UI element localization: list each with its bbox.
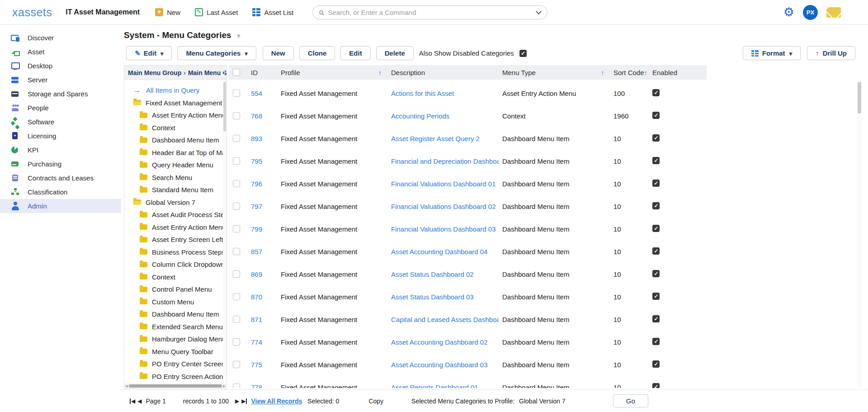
breadcrumb-root[interactable]: Main Menu Group	[128, 69, 181, 76]
sidebar-item-contracts-and-leases[interactable]: Contracts and Leases	[0, 171, 121, 185]
select-all-checkbox[interactable]	[233, 69, 240, 76]
next-page-button[interactable]	[235, 398, 239, 404]
tree-item[interactable]: Asset Entry Screen Left Links	[124, 233, 226, 246]
row-description-link[interactable]: Financial and Depreciation Dashboard M	[391, 157, 499, 165]
clone-button[interactable]: Clone	[299, 46, 335, 60]
sidebar-item-purchasing[interactable]: Purchasing	[0, 157, 121, 171]
sidebar-item-asset[interactable]: Asset	[0, 45, 121, 59]
row-select-checkbox[interactable]	[233, 316, 240, 323]
row-select-checkbox[interactable]	[233, 293, 240, 300]
tree-item[interactable]: Dashboard Menu Item	[124, 308, 226, 321]
sidebar-item-software[interactable]: Software	[0, 115, 121, 129]
row-description-link[interactable]: Asset Accounting Dashboard 02	[391, 338, 487, 346]
row-id-link[interactable]: 775	[251, 361, 262, 369]
row-enabled-checkbox[interactable]	[652, 383, 660, 388]
tree-vertical-scrollbar[interactable]	[223, 81, 226, 380]
tree-item[interactable]: All Items in Query	[124, 84, 226, 97]
row-description-link[interactable]: Asset Register Asset Query 2	[391, 135, 480, 142]
row-select-checkbox[interactable]	[233, 112, 240, 119]
disabled-categories-checkbox[interactable]	[519, 50, 527, 57]
row-select-checkbox[interactable]	[233, 203, 240, 210]
row-description-link[interactable]: Asset Status Dashboard 03	[391, 293, 474, 301]
row-enabled-checkbox[interactable]	[652, 134, 660, 142]
tree-item[interactable]: Control Panel Menu	[124, 283, 226, 296]
sidebar-item-classification[interactable]: Classification	[0, 185, 121, 199]
sidebar-item-desktop[interactable]: Desktop	[0, 59, 121, 73]
sidebar-item-discover[interactable]: Discover	[0, 31, 121, 45]
edit-menu-button[interactable]: Edit	[126, 46, 172, 60]
collapse-panel-icon[interactable]	[222, 68, 225, 76]
breadcrumb[interactable]: Main Menu Group Main Menu Speci	[124, 66, 226, 80]
row-select-checkbox[interactable]	[233, 180, 240, 187]
row-select-checkbox[interactable]	[233, 225, 240, 232]
tree-item[interactable]: Search Menu	[124, 171, 226, 184]
tree-item[interactable]: PO Entry Screen Action Menu	[124, 370, 226, 381]
tree-item[interactable]: Extended Search Menu	[124, 321, 226, 333]
go-button[interactable]: Go	[613, 394, 648, 407]
row-id-link[interactable]: 893	[251, 135, 262, 142]
chevron-down-icon[interactable]	[536, 9, 542, 14]
column-header-enabled[interactable]: Enabled	[640, 69, 707, 76]
avatar[interactable]: PX	[803, 5, 818, 20]
column-header-menu-type[interactable]: Menu Type	[499, 69, 601, 76]
row-enabled-checkbox[interactable]	[652, 315, 660, 322]
row-id-link[interactable]: 869	[251, 270, 262, 278]
asset-list-button[interactable]: Asset List	[252, 8, 293, 16]
tree-horizontal-scrollbar[interactable]: ◀ ▶	[124, 384, 226, 388]
row-id-link[interactable]: 870	[251, 293, 262, 301]
scroll-left-icon[interactable]: ◀	[124, 384, 129, 388]
row-enabled-checkbox[interactable]	[652, 293, 660, 300]
column-header-id[interactable]: ID	[247, 69, 277, 76]
tree-item[interactable]: Asset Entry Action Menu	[124, 221, 226, 234]
tree-item[interactable]: Context	[124, 122, 226, 134]
menu-categories-dropdown[interactable]: Menu Categories	[177, 46, 256, 60]
row-description-link[interactable]: Financial Valuations Dashboard 03	[391, 225, 496, 233]
sidebar-item-kpi[interactable]: KPI	[0, 143, 121, 157]
search-input[interactable]	[328, 9, 537, 16]
tree-item[interactable]: Standard Menu Item	[124, 184, 226, 196]
last-page-button[interactable]	[241, 398, 247, 404]
row-enabled-checkbox[interactable]	[652, 360, 660, 368]
row-id-link[interactable]: 799	[251, 225, 262, 233]
row-enabled-checkbox[interactable]	[652, 202, 660, 209]
view-all-records-link[interactable]: View All Records	[251, 398, 302, 405]
row-select-checkbox[interactable]	[233, 338, 240, 346]
sidebar-item-licensing[interactable]: Licensing	[0, 129, 121, 143]
sidebar-item-people[interactable]: People	[0, 101, 121, 115]
breadcrumb-current[interactable]: Main Menu Speci	[188, 69, 226, 76]
row-id-link[interactable]: 871	[251, 316, 262, 323]
column-header-profile[interactable]: Profile	[277, 69, 378, 76]
grid-vertical-scrollbar[interactable]	[857, 80, 862, 388]
row-enabled-checkbox[interactable]	[652, 157, 660, 164]
sidebar-item-admin[interactable]: Admin	[0, 199, 121, 213]
tree-item[interactable]: Global Version 7	[124, 196, 226, 209]
tree-item[interactable]: Hamburger Dialog Menu	[124, 333, 226, 346]
tree-item[interactable]: Header Bar at Top of Main Sc	[124, 147, 226, 159]
row-enabled-checkbox[interactable]	[652, 338, 660, 345]
row-id-link[interactable]: 857	[251, 248, 262, 256]
gear-icon[interactable]	[783, 6, 794, 19]
row-id-link[interactable]: 797	[251, 203, 262, 210]
tree-item[interactable]: Menu Query Toolbar	[124, 346, 226, 358]
row-enabled-checkbox[interactable]	[652, 270, 660, 277]
tree-item[interactable]: Query Header Menu	[124, 159, 226, 171]
row-enabled-checkbox[interactable]	[652, 180, 660, 187]
row-select-checkbox[interactable]	[233, 157, 240, 165]
row-description-link[interactable]: Capital and Leased Assets Dashboard 02	[391, 316, 499, 323]
row-description-link[interactable]: Asset Status Dashboard 02	[391, 270, 474, 278]
row-id-link[interactable]: 554	[251, 90, 262, 97]
row-id-link[interactable]: 768	[251, 112, 262, 120]
row-id-link[interactable]: 795	[251, 157, 262, 165]
row-description-link[interactable]: Financial Valuations Dashboard 01	[391, 180, 496, 188]
new-button[interactable]: New	[155, 8, 180, 16]
row-select-checkbox[interactable]	[233, 135, 240, 142]
copy-button[interactable]: Copy	[368, 398, 383, 405]
row-description-link[interactable]: Accounting Periods	[391, 112, 449, 120]
row-select-checkbox[interactable]	[233, 270, 240, 278]
first-page-button[interactable]	[130, 398, 135, 404]
row-description-link[interactable]: Asset Reports Dashboard 01	[391, 384, 478, 388]
tree-item[interactable]: Column Click Dropdown	[124, 258, 226, 271]
row-description-link[interactable]: Asset Accounting Dashboard 03	[391, 361, 487, 369]
column-header-sort-code[interactable]: Sort Code	[610, 69, 640, 76]
row-enabled-checkbox[interactable]	[652, 225, 660, 232]
